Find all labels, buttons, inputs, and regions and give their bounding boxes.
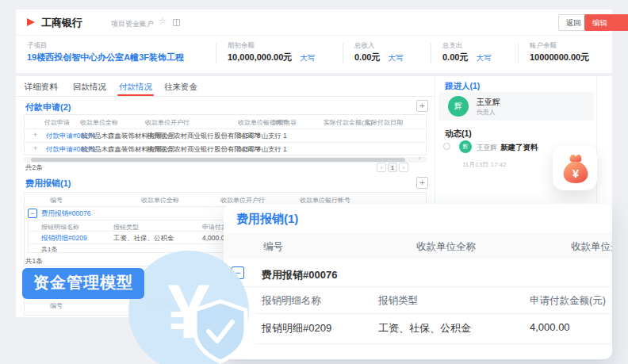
- cell: 工资、社保、公积金: [113, 234, 174, 243]
- add-payment-button[interactable]: +: [416, 100, 428, 112]
- active-tab-underline: [117, 94, 154, 96]
- activity-action: 新建了资料: [500, 143, 538, 153]
- expand-row-icon[interactable]: +: [33, 131, 37, 139]
- expense-link[interactable]: 费用报销#00076: [262, 268, 337, 282]
- tab-payment[interactable]: 付款情况: [119, 82, 152, 93]
- cell: 4,000.00: [530, 321, 570, 333]
- cell: 1: [283, 132, 287, 140]
- activity-time: 11月13日 17:42: [462, 160, 506, 169]
- svg-text:¥: ¥: [572, 167, 580, 180]
- col-header: 实付金额(元): [147, 301, 183, 310]
- col-header: 款项内容: [271, 118, 297, 127]
- cell: 杭州联合农村商业银行股份有限公司半山支行: [147, 145, 281, 155]
- cell: 1: [283, 145, 287, 153]
- follower-item[interactable]: 辉 王亚辉 负责人: [438, 92, 594, 121]
- header-card: 工商银行 项目资金账户 ☆ 返回 子项目 19楼西投创智中心办公室A幢3F装饰工…: [16, 10, 612, 73]
- collapse-row-button[interactable]: −: [28, 209, 37, 218]
- clock-icon: [443, 143, 450, 150]
- expense-section-title: 费用报销(1): [25, 178, 71, 190]
- divider: [431, 43, 431, 63]
- field-value: 0.00元大写: [354, 52, 403, 63]
- expense-total: 共1条: [25, 257, 43, 266]
- daxie-link[interactable]: 大写: [300, 53, 315, 62]
- follower-role: 负责人: [477, 108, 496, 117]
- col-header: 收款单位全称: [416, 240, 476, 254]
- cell: 工资、社保、公积金: [378, 321, 471, 335]
- col-header: 报销类型: [378, 294, 418, 308]
- prev-page-button[interactable]: ‹: [377, 163, 386, 172]
- col-header: 实际付款日期: [365, 118, 403, 127]
- col-header: 收款单位开户行: [145, 118, 190, 127]
- row-divider: [255, 313, 612, 314]
- money-bag-icon: ¥: [557, 151, 592, 186]
- avatar: 辉: [448, 96, 469, 117]
- field-value: 10,000,000.00元大写: [228, 52, 315, 63]
- col-header: 付款申请: [44, 118, 70, 127]
- model-badge: 资金管理模型: [22, 268, 144, 299]
- expense-detail-link[interactable]: 报销明细#0209: [262, 321, 331, 335]
- popup-title: 费用报销(1): [236, 212, 298, 227]
- field-value: 0.00元大写: [442, 52, 491, 63]
- col-header: 编号: [50, 301, 63, 310]
- tab-details[interactable]: 详细资料: [25, 82, 58, 93]
- tab-repayment[interactable]: 回款情况: [73, 82, 106, 93]
- row-divider: [24, 142, 427, 143]
- layout-icon[interactable]: [173, 19, 180, 26]
- next-page-button[interactable]: ›: [399, 163, 408, 172]
- activity-title: 动态(1): [445, 128, 472, 140]
- tabs-divider: [16, 96, 435, 97]
- col-header: 申请付款金额(元): [530, 294, 606, 308]
- field-label: 总支出: [442, 41, 463, 51]
- row-divider: [236, 286, 612, 287]
- row-divider: [24, 128, 427, 129]
- divider: [518, 43, 519, 63]
- followers-title: 跟进人(1): [445, 81, 480, 92]
- page-title: 工商银行: [41, 16, 82, 30]
- expense-detail-total: 共1条: [41, 245, 57, 254]
- page-subtitle: 项目资金账户: [111, 19, 154, 29]
- activity-user: 王亚辉: [477, 144, 497, 153]
- field-label: 账户余额: [530, 41, 557, 51]
- expand-row-icon[interactable]: +: [33, 144, 37, 152]
- cell: 345678: [238, 145, 260, 153]
- title-bar: 工商银行 项目资金账户 ☆ 返回: [16, 10, 612, 36]
- favorite-star-icon[interactable]: ☆: [159, 16, 167, 26]
- cell: 杭州联合农村商业银行股份有限公司半山支行: [147, 132, 281, 141]
- field-label: 子项目: [27, 41, 48, 51]
- daxie-link[interactable]: 大写: [388, 53, 403, 62]
- cell: 345678: [238, 132, 260, 140]
- divider: [216, 43, 216, 63]
- scrollbar-thumb[interactable]: [31, 158, 405, 162]
- daxie-link[interactable]: 大写: [476, 53, 491, 62]
- money-bag-widget[interactable]: ¥: [553, 146, 597, 190]
- edit-button[interactable]: 编辑: [584, 14, 628, 31]
- scroll-right-icon[interactable]: ›: [419, 155, 421, 162]
- col-header: 编号: [50, 196, 63, 205]
- payment-total: 共2条: [25, 163, 43, 173]
- row-divider: [255, 343, 612, 344]
- field-value: 10000000.00元: [530, 52, 589, 63]
- collapse-row-button[interactable]: −: [232, 266, 244, 279]
- col-header: 收款单位全称: [80, 118, 118, 127]
- col-header: 收款单位开户行: [571, 240, 612, 254]
- avatar: 辉: [459, 140, 472, 153]
- expense-link[interactable]: 费用报销#00076: [41, 209, 90, 219]
- expense-detail-link[interactable]: 报销明细#0209: [41, 234, 87, 243]
- expense-zoom-popup: 费用报销(1) 编号 收款单位全称 收款单位开户行 − 费用报销#00076 报…: [224, 204, 612, 359]
- col-header: 报销明细名称: [262, 294, 321, 308]
- tab-funds[interactable]: 往来资金: [164, 82, 197, 93]
- field-label: 期初余额: [228, 41, 255, 51]
- col-header: 编号: [263, 240, 283, 254]
- subproject-link[interactable]: 19楼西投创智中心办公室A幢3F装饰工程: [27, 52, 184, 63]
- payment-section-title: 付款申请(2): [25, 102, 71, 113]
- field-label: 总收入: [354, 41, 375, 51]
- add-expense-button[interactable]: +: [416, 177, 428, 189]
- follower-name: 王亚辉: [477, 97, 500, 108]
- page-number[interactable]: 1: [388, 163, 397, 172]
- col-header: 收款单位全称: [141, 196, 179, 205]
- bank-logo-icon: [27, 18, 35, 26]
- divider: [343, 43, 343, 63]
